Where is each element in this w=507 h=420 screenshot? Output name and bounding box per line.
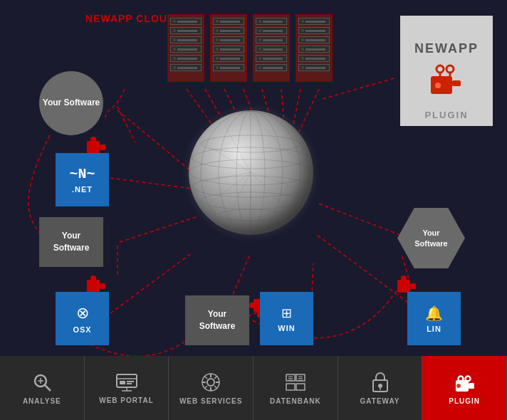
- gateway-icon: [370, 372, 390, 393]
- web-services-icon: [200, 372, 221, 393]
- svg-rect-69: [127, 383, 132, 384]
- svg-point-28: [189, 111, 312, 233]
- software-node-4: YourSoftware: [397, 208, 465, 268]
- svg-point-23: [437, 65, 444, 73]
- toolbar-item-web-portal[interactable]: WEB PORTAL: [85, 356, 169, 420]
- svg-rect-60: [410, 283, 416, 289]
- svg-line-40: [224, 125, 251, 172]
- analyse-icon: [31, 372, 53, 393]
- svg-point-30: [192, 147, 309, 169]
- svg-point-72: [207, 379, 214, 386]
- toolbar-item-web-services[interactable]: WEB SERVICES: [169, 356, 254, 420]
- svg-point-34: [219, 209, 283, 221]
- web-portal-icon: [116, 372, 137, 392]
- svg-rect-22: [452, 80, 461, 86]
- svg-point-25: [446, 65, 454, 73]
- svg-point-33: [201, 192, 300, 209]
- svg-point-56: [249, 303, 255, 308]
- svg-line-15: [317, 203, 400, 235]
- svg-point-59: [401, 275, 407, 281]
- svg-rect-49: [87, 141, 100, 154]
- svg-line-16: [110, 178, 192, 189]
- svg-line-9: [117, 110, 199, 178]
- svg-line-62: [45, 385, 51, 391]
- server-rack-3: [253, 14, 290, 82]
- dotnet-box[interactable]: ~N~ .NET: [56, 153, 109, 206]
- datenbank-label: DATENBANK: [270, 397, 321, 405]
- win-box[interactable]: ⊞ WIN: [260, 292, 313, 345]
- globe: [189, 110, 313, 235]
- software-node-3: YourSoftware: [185, 295, 249, 345]
- svg-point-29: [201, 135, 300, 152]
- toolbar-item-gateway[interactable]: GATEWAY: [338, 356, 423, 420]
- software-node-2: YourSoftware: [39, 217, 103, 267]
- lin-label: LIN: [427, 325, 441, 333]
- server-rack-2: [210, 14, 247, 82]
- gateway-label: GATEWAY: [360, 397, 400, 405]
- svg-rect-58: [397, 280, 410, 293]
- svg-rect-52: [87, 280, 100, 293]
- svg-point-101: [456, 384, 461, 388]
- svg-rect-67: [120, 381, 125, 384]
- svg-line-42: [281, 146, 306, 167]
- osx-box[interactable]: ⊗ OSX: [56, 292, 109, 345]
- toolbar-item-plugin[interactable]: PLUGIN: [422, 356, 507, 420]
- svg-line-41: [251, 114, 281, 146]
- svg-line-11: [120, 217, 196, 242]
- lin-box[interactable]: 🔔 LIN: [407, 292, 461, 345]
- svg-line-81: [204, 386, 207, 389]
- svg-line-45: [251, 172, 299, 189]
- lin-icon: 🔔: [425, 305, 443, 322]
- svg-point-53: [90, 275, 96, 281]
- toolbar: ANALYSE WEB PORTAL WEB SERVICES: [0, 356, 507, 420]
- cloud-label: NEWAPP CLOUD: [85, 13, 175, 24]
- software-node-1: Your Software: [39, 71, 103, 135]
- svg-point-31: [189, 159, 312, 185]
- web-portal-label: WEB PORTAL: [99, 397, 153, 404]
- svg-rect-54: [100, 283, 105, 289]
- win-icon: ⊞: [281, 305, 292, 321]
- svg-rect-68: [127, 381, 134, 382]
- svg-rect-100: [469, 383, 474, 389]
- svg-line-46: [251, 172, 288, 210]
- dotnet-icon: ~N~: [69, 166, 95, 182]
- svg-point-36: [219, 111, 283, 233]
- osx-icon: ⊗: [76, 304, 89, 322]
- newapp-box: NEWAPP PLUGIN: [400, 16, 493, 126]
- svg-rect-51: [100, 145, 105, 150]
- win-label: WIN: [278, 324, 295, 332]
- plugin-icon-top: [427, 62, 466, 101]
- svg-point-27: [435, 83, 441, 88]
- svg-line-79: [214, 386, 217, 389]
- svg-point-50: [90, 137, 96, 142]
- svg-line-39: [203, 142, 251, 172]
- analyse-label: ANALYSE: [23, 397, 61, 405]
- toolbar-item-datenbank[interactable]: DATENBANK: [254, 356, 338, 420]
- svg-point-32: [192, 176, 309, 197]
- server-group: [167, 14, 333, 82]
- newapp-label: NEWAPP: [414, 41, 479, 56]
- svg-line-78: [204, 376, 207, 379]
- svg-line-80: [214, 376, 217, 379]
- svg-line-44: [210, 172, 251, 203]
- svg-rect-85: [296, 384, 305, 390]
- svg-rect-84: [286, 384, 295, 390]
- web-services-label: WEB SERVICES: [179, 397, 243, 405]
- osx-label: OSX: [73, 325, 91, 334]
- svg-line-17: [110, 253, 192, 313]
- plugin-icon-bottom: [454, 372, 475, 393]
- svg-rect-21: [431, 76, 452, 94]
- svg-line-8: [117, 107, 135, 142]
- dotnet-label: .NET: [72, 185, 93, 194]
- svg-line-48: [224, 172, 251, 224]
- server-rack-4: [296, 14, 333, 82]
- toolbar-item-analyse[interactable]: ANALYSE: [0, 356, 85, 420]
- svg-point-35: [236, 111, 265, 233]
- plugin-label-bottom: PLUGIN: [449, 397, 480, 405]
- svg-line-43: [203, 172, 251, 182]
- datenbank-icon: [285, 372, 306, 393]
- svg-point-93: [378, 384, 382, 388]
- plugin-label-top: PLUGIN: [400, 110, 493, 120]
- diagram-area: .dline { stroke: #cc0000; stroke-width: …: [0, 0, 507, 356]
- globe-grid: [189, 110, 313, 235]
